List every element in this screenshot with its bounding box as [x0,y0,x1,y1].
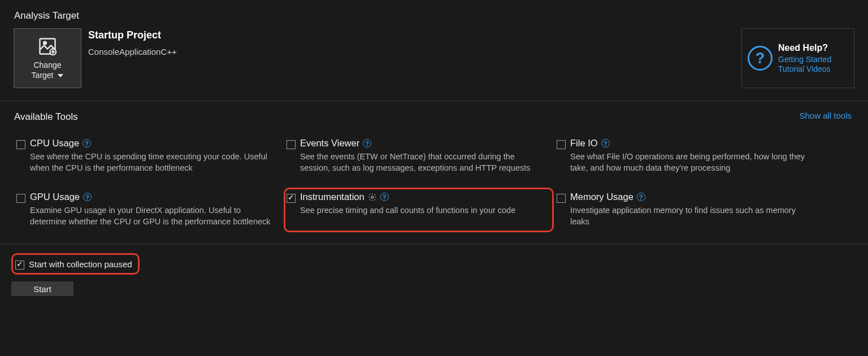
tool-events-viewer: Events Viewer ? See the events (ETW or N… [284,134,554,179]
svg-point-1 [44,41,46,44]
tool-memory-usage: Memory Usage ? Investigate application m… [554,188,824,232]
instrumentation-desc: See precise timing and call counts of fu… [300,205,545,216]
show-all-tools-link[interactable]: Show all tools [799,111,854,120]
memory-usage-checkbox[interactable] [557,194,566,203]
start-with-collection-paused-row[interactable]: Start with collection paused [11,253,140,275]
info-icon[interactable]: ? [601,139,610,147]
available-tools-heading: Available Tools [14,101,92,129]
info-icon[interactable]: ? [380,193,389,201]
tool-instrumentation: Instrumentation ? See precise timing and… [284,188,554,232]
analysis-target-heading: Analysis Target [0,0,868,28]
instrumentation-title: Instrumentation [300,192,364,202]
help-title: Need Help? [778,43,831,53]
events-viewer-title: Events Viewer [300,138,359,149]
startup-project-name: ConsoleApplicationC++ [88,47,177,57]
change-target-label-2: Target [32,71,54,80]
events-viewer-checkbox[interactable] [287,140,296,149]
startup-project-title: Startup Project [88,29,177,41]
gear-icon[interactable] [368,193,377,202]
start-paused-label: Start with collection paused [29,259,132,269]
svg-point-3 [371,196,374,198]
chevron-down-icon [58,74,63,77]
help-panel: ? Need Help? Getting Started Tutorial Vi… [741,28,854,88]
instrumentation-checkbox[interactable] [287,194,296,203]
tool-gpu-usage: GPU Usage ? Examine GPU usage in your Di… [14,188,284,232]
gpu-usage-checkbox[interactable] [16,194,25,203]
file-io-desc: See what File I/O operations are being p… [570,151,815,173]
question-icon: ? [748,46,772,71]
info-icon[interactable]: ? [637,193,645,201]
gpu-usage-desc: Examine GPU usage in your DirectX applic… [30,205,275,227]
file-io-title: File IO [570,138,598,149]
cpu-usage-desc: See where the CPU is spending time execu… [30,151,275,173]
image-settings-icon [37,36,58,57]
info-icon[interactable]: ? [363,139,371,147]
change-target-button[interactable]: Change Target [14,28,81,88]
memory-usage-desc: Investigate application memory to find i… [570,205,815,227]
events-viewer-desc: See the events (ETW or NetTrace) that oc… [300,151,545,173]
tutorial-videos-link[interactable]: Tutorial Videos [778,64,831,73]
tool-cpu-usage: CPU Usage ? See where the CPU is spendin… [14,134,284,179]
tool-file-io: File IO ? See what File I/O operations a… [554,134,824,179]
cpu-usage-checkbox[interactable] [16,140,25,149]
file-io-checkbox[interactable] [557,140,566,149]
info-icon[interactable]: ? [83,139,91,147]
start-button[interactable]: Start [11,281,73,296]
getting-started-link[interactable]: Getting Started [778,55,831,64]
cpu-usage-title: CPU Usage [30,138,79,149]
gpu-usage-title: GPU Usage [30,192,80,202]
info-icon[interactable]: ? [83,193,92,201]
change-target-label-1: Change [33,60,61,70]
start-paused-checkbox[interactable] [15,261,24,270]
memory-usage-title: Memory Usage [570,192,633,202]
